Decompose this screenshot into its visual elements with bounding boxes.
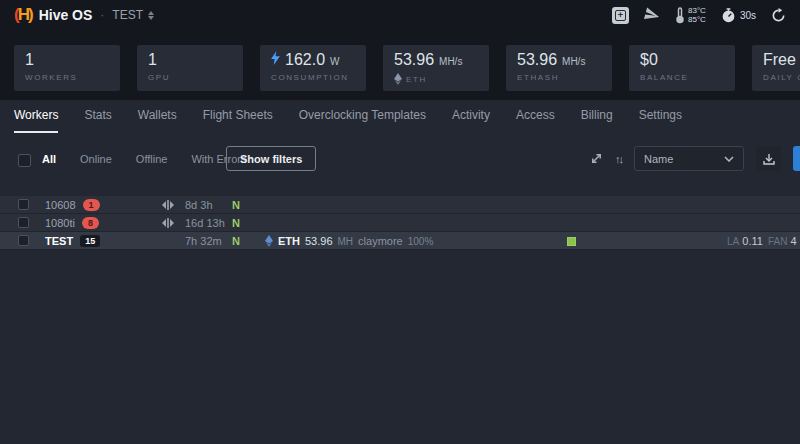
refresh-interval-indicator[interactable]: 30s [721, 8, 756, 23]
card-ethash: 53.96 MH/s ETHASH [506, 45, 612, 91]
expand-icon[interactable] [590, 152, 603, 165]
worker-row-10608[interactable]: 10608 1 8d 3h N [0, 196, 800, 214]
workers-table: 10608 1 8d 3h N 1080ti 8 16d 13h [0, 196, 800, 250]
top-bar: (H) Hive OS · TEST + 83°C 85°C [0, 0, 800, 30]
issues-badge: 8 [82, 217, 99, 230]
ethash-unit: MH/s [562, 56, 585, 67]
hiveos-logo-icon: (H) [14, 5, 32, 25]
tab-workers[interactable]: Workers [14, 108, 58, 133]
tab-access[interactable]: Access [516, 108, 555, 133]
fan-label: FAN [768, 236, 787, 247]
temperature-indicator[interactable]: 83°C 85°C [675, 6, 706, 24]
load-average: LA 0.11 [727, 235, 763, 247]
refresh-icon[interactable] [771, 8, 786, 23]
consumption-label: CONSUMPTION [271, 73, 355, 82]
send-rocket-icon[interactable] [644, 7, 660, 23]
tab-wallets[interactable]: Wallets [138, 108, 177, 133]
eth-hashrate-value: 53.96 [394, 51, 434, 69]
hashrate-unit: MH [338, 236, 354, 247]
card-balance: $0 BALANCE [629, 45, 735, 91]
tab-flight-sheets[interactable]: Flight Sheets [203, 108, 273, 133]
filter-offline[interactable]: Offline [136, 153, 168, 165]
sort-direction-icon[interactable]: ↑↓ [615, 153, 622, 165]
worker-name[interactable]: TEST [45, 235, 73, 247]
select-all-checkbox[interactable] [18, 154, 31, 167]
plus-icon: + [615, 10, 626, 21]
tab-billing[interactable]: Billing [581, 108, 613, 133]
eth-hashrate-unit: MH/s [439, 56, 462, 67]
download-icon [763, 153, 775, 165]
miner-name: claymore [358, 235, 403, 247]
gpu-status-square[interactable] [567, 237, 576, 246]
show-filters-button[interactable]: Show filters [226, 146, 316, 171]
card-gpu: 1 GPU [137, 45, 243, 91]
filter-row: All Online Offline With Errors Show filt… [0, 144, 800, 180]
status-flag: N [232, 199, 240, 211]
tab-settings[interactable]: Settings [639, 108, 682, 133]
issues-badge: 1 [83, 199, 100, 212]
tab-overclocking-templates[interactable]: Overclocking Templates [299, 108, 426, 133]
ethash-label: ETHASH [517, 73, 601, 82]
tab-activity[interactable]: Activity [452, 108, 490, 133]
add-worker-button[interactable]: + [612, 7, 629, 24]
la-value: 0.11 [742, 235, 763, 247]
stat-cards: 1 WORKERS 1 GPU 162.0 W CONSUMPTION 53.9… [14, 45, 800, 91]
worker-row-1080ti[interactable]: 1080ti 8 16d 13h N [0, 214, 800, 232]
shared-rig-icon [162, 218, 174, 228]
stopwatch-icon [721, 8, 736, 23]
hiveos-logo[interactable]: (H) Hive OS [14, 5, 92, 25]
worker-name[interactable]: 1080ti [45, 217, 75, 229]
workers-count: 1 [25, 51, 34, 69]
status-flag: N [232, 217, 240, 229]
hashrate-value: 53.96 [305, 235, 333, 247]
row-checkbox[interactable] [18, 217, 29, 228]
la-label: LA [727, 236, 739, 247]
ethash-value: 53.96 [517, 51, 557, 69]
fan-stat: FAN 4 [768, 235, 797, 247]
farm-selector-label: TEST [112, 8, 143, 22]
balance-label: BALANCE [640, 73, 724, 82]
filter-all[interactable]: All [42, 153, 56, 165]
uptime: 16d 13h [185, 217, 225, 229]
daily-cost-label: DAILY COST [763, 73, 800, 82]
gpu-count: 1 [148, 51, 157, 69]
miner-load: 100% [408, 236, 434, 247]
filter-tools: ↑↓ Name [590, 146, 800, 171]
farm-selector[interactable]: TEST [112, 8, 154, 22]
worker-row-test[interactable]: TEST 15 7h 32m N ETH 53.96 MH claymore 1… [0, 232, 800, 250]
chevron-down-icon [724, 156, 734, 162]
card-consumption: 162.0 W CONSUMPTION [260, 45, 366, 91]
gpu-label: GPU [148, 73, 232, 82]
consumption-value: 162.0 [285, 51, 325, 69]
download-button[interactable] [756, 146, 781, 171]
filter-online[interactable]: Online [80, 153, 112, 165]
brand-separator: · [100, 8, 104, 22]
coin-label: ETH [278, 235, 300, 247]
updown-chevron-icon [148, 11, 154, 20]
card-workers: 1 WORKERS [14, 45, 120, 91]
row-checkbox[interactable] [18, 235, 29, 246]
interval-value: 30s [740, 10, 756, 21]
fan-value: 4 [791, 235, 797, 247]
row-checkbox[interactable] [18, 199, 29, 210]
bolt-icon [271, 51, 280, 65]
sort-by-dropdown[interactable]: Name [634, 146, 744, 171]
worker-name[interactable]: 10608 [45, 199, 76, 211]
daily-cost-value: Free [763, 51, 796, 69]
eth-icon [265, 235, 273, 247]
temp-top: 83°C [688, 6, 706, 15]
main-content: Workers Stats Wallets Flight Sheets Over… [0, 100, 800, 444]
primary-action-button-cutoff[interactable] [793, 146, 800, 171]
eth-label: ETH [406, 75, 427, 84]
temperature-values: 83°C 85°C [688, 6, 706, 24]
balance-value: $0 [640, 51, 658, 69]
gpu-count-badge: 15 [80, 235, 100, 248]
tab-stats[interactable]: Stats [84, 108, 111, 133]
status-flag: N [232, 235, 240, 247]
workers-label: WORKERS [25, 73, 109, 82]
consumption-unit: W [330, 56, 339, 67]
card-daily-cost: Free DAILY COST [752, 45, 800, 91]
main-tabs: Workers Stats Wallets Flight Sheets Over… [14, 108, 682, 133]
filter-links: All Online Offline With Errors [42, 153, 246, 165]
topbar-actions: + 83°C 85°C [612, 6, 790, 24]
